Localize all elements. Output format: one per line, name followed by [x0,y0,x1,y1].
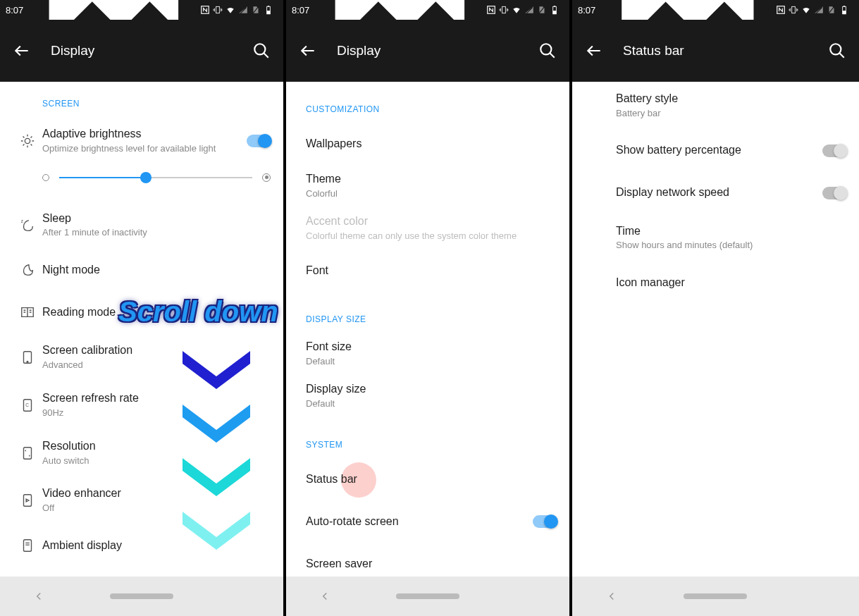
nav-home-pill[interactable] [396,593,459,599]
item-title: Night mode [42,263,271,278]
item-display-size[interactable]: Display size Default [286,375,569,417]
nfc-icon [486,5,496,15]
back-button[interactable] [299,42,317,60]
item-night-mode[interactable]: Night mode [0,249,283,291]
nav-home-pill[interactable] [110,593,173,599]
svg-rect-34 [843,6,845,6]
refresh-icon: C [13,398,42,413]
item-title: Icon manager [616,276,846,290]
item-screen-saver[interactable]: Screen saver [286,543,569,577]
svg-point-9 [25,138,30,143]
section-header-system: SYSTEM [286,423,569,458]
svg-rect-20 [502,6,506,13]
clock-text: 8:07 [578,5,595,16]
item-auto-rotate[interactable]: Auto-rotate screen [286,500,569,543]
svg-rect-24 [553,11,557,14]
item-wallpapers[interactable]: Wallpapers [286,123,569,165]
svg-rect-25 [554,6,555,6]
slider-thumb[interactable] [140,172,152,183]
clock-text: 8:07 [6,5,23,16]
nav-back-button[interactable] [605,590,618,603]
phone-panel-3: 8:07 Status bar Battery style Battery ba… [572,0,859,616]
slider-track[interactable] [59,177,252,178]
svg-rect-33 [843,11,846,14]
nav-back-button[interactable] [319,590,331,603]
network-speed-switch[interactable] [822,187,846,199]
item-network-speed[interactable]: Display network speed [596,172,859,214]
item-title: Status bar [306,472,557,487]
item-title: Font [306,264,557,278]
signal-icon [814,5,824,15]
vibrate-icon [789,5,798,15]
nfc-icon [200,5,210,15]
chevron-down-icon [171,347,262,389]
settings-list[interactable]: CUSTOMIZATION Wallpapers Theme Colorful … [286,82,569,577]
auto-rotate-switch[interactable] [533,515,557,528]
item-title: Wallpapers [306,137,557,152]
item-accent-color: Accent color Colorful theme can only use… [286,207,569,250]
battery-icon [264,5,273,15]
item-title: Display network speed [616,185,822,200]
item-title: Auto-rotate screen [306,515,533,529]
chevron-down-icon [171,400,262,443]
item-title: Time [616,224,846,239]
item-subtitle: Show hours and minutes (default) [616,240,846,252]
nav-back-button[interactable] [32,590,45,603]
section-header-screen: SCREEN [0,82,283,117]
svg-rect-7 [268,6,269,6]
item-subtitle: Optimize brightness level for available … [42,143,247,155]
app-bar: Status bar [572,20,859,82]
status-bar: 8:07 [0,0,283,20]
back-button[interactable] [13,42,31,60]
item-font-size[interactable]: Font size Default [286,333,569,375]
brightness-low-icon [42,174,49,181]
battery-icon [550,5,560,15]
search-button[interactable] [538,42,557,60]
item-title: Show battery percentage [616,143,822,158]
item-adaptive-brightness[interactable]: Adaptive brightness Optimize brightness … [0,117,283,165]
nav-bar [572,577,859,616]
item-theme[interactable]: Theme Colorful [286,165,569,207]
item-time[interactable]: Time Show hours and minutes (default) [596,214,859,262]
svg-rect-15 [24,447,32,459]
svg-rect-2 [216,6,220,13]
svg-point-26 [540,44,551,54]
item-title: Theme [306,172,557,187]
wifi-icon [225,5,235,15]
item-battery-percentage[interactable]: Show battery percentage [596,130,859,172]
nfc-icon [776,5,786,15]
brightness-high-icon [262,173,271,182]
back-button[interactable] [585,42,603,60]
battery-percentage-switch[interactable] [822,144,846,157]
nav-home-pill[interactable] [684,593,747,599]
item-title: Display size [306,382,557,397]
vibrate-icon [499,5,509,15]
status-bar: 8:07 [286,0,569,20]
wifi-icon [801,5,811,15]
search-button[interactable] [828,42,846,60]
sleep-icon: z [13,218,42,233]
item-subtitle: Battery bar [616,108,846,120]
item-subtitle: After 1 minute of inactivity [42,227,271,239]
item-font[interactable]: Font [286,250,569,292]
adaptive-brightness-switch[interactable] [247,135,271,147]
page-title: Display [337,43,519,58]
annotation-arrows [171,347,283,561]
app-bar: Display [0,20,283,82]
settings-list[interactable]: Battery style Battery bar Show battery p… [572,82,859,577]
item-icon-manager[interactable]: Icon manager [596,261,859,304]
svg-text:z: z [21,218,23,223]
section-header-customization: CUSTOMIZATION [286,87,569,123]
resolution-icon [13,445,42,461]
brightness-slider[interactable] [0,165,283,202]
phone-panel-1: 8:07 Display SCREEN Adaptive brightness … [0,0,286,616]
item-status-bar[interactable]: Status bar [286,458,569,500]
search-button[interactable] [252,42,271,60]
battery-icon [839,5,849,15]
item-battery-style[interactable]: Battery style Battery bar [596,82,859,130]
signal-icon [524,5,534,15]
item-sleep[interactable]: z Sleep After 1 minute of inactivity [0,202,283,250]
item-subtitle: Default [306,398,557,410]
item-title: Font size [306,340,557,355]
page-title: Status bar [623,43,808,58]
